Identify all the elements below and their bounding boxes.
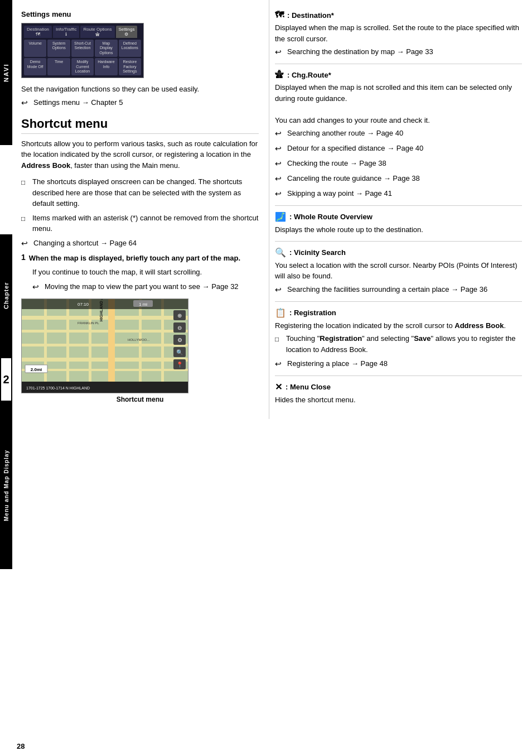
arrow-chg-3: ↩ <box>275 158 285 170</box>
registration-bullet-text: Touching "Registration" and selecting "S… <box>286 333 522 355</box>
right-column: 🗺 : Destination* Displayed when the map … <box>269 0 532 419</box>
whole-route-title-text: : Whole Route Overview <box>289 213 373 221</box>
arrow-chg-2: ↩ <box>275 143 285 155</box>
menu-buttons-grid: Volume System Options Short-Cut Selectio… <box>24 40 141 75</box>
shortcut-desc: Shortcuts allow you to perform various t… <box>21 138 259 171</box>
arrow-icon-3: ↩ <box>32 281 42 293</box>
svg-text:07:10: 07:10 <box>78 302 89 307</box>
registration-section: 📋 : Registration Registering the locatio… <box>275 307 522 370</box>
settings-menu-screenshot: Destination🗺 Info/Trafficℹ Route Options… <box>21 23 144 78</box>
menu-close-title: ✕ : Menu Close <box>275 382 522 392</box>
menu-close-section: ✕ : Menu Close Hides the shortcut menu. <box>275 382 522 406</box>
chg-route-title-text: : Chg.Route* <box>287 71 331 79</box>
svg-text:⊕: ⊕ <box>177 312 182 319</box>
chg-route-link-text-2: Detour for a specified distance → Page 4… <box>287 143 423 155</box>
arrow-chg-4: ↩ <box>275 173 285 185</box>
map-caption: Shortcut menu <box>21 396 259 403</box>
destination-section: 🗺 : Destination* Displayed when the map … <box>275 10 522 58</box>
destination-link: ↩ Searching the destination by map → Pag… <box>275 46 522 58</box>
divider-2 <box>275 205 522 206</box>
changing-shortcut-link: ↩ Changing a shortcut → Page 64 <box>21 238 259 249</box>
registration-title-text: : Registration <box>289 309 336 317</box>
chg-route-link-4: ↩ Canceling the route guidance → Page 38 <box>275 173 522 185</box>
destination-body: Displayed when the map is scrolled. Set … <box>275 22 522 44</box>
vicinity-search-title: 🔍 : Vicinity Search <box>275 247 522 258</box>
chg-route-section: 🛣 : Chg.Route* Displayed when the map is… <box>275 70 522 200</box>
page-number: 28 <box>17 742 25 750</box>
menu-close-title-text: : Menu Close <box>286 383 331 391</box>
chg-route-icon: 🛣 <box>275 70 284 80</box>
whole-route-section: 🗾 : Whole Route Overview Displays the wh… <box>275 211 522 235</box>
svg-rect-7 <box>66 299 69 382</box>
menu-close-icon: ✕ <box>275 382 282 392</box>
settings-desc: Set the navigation functions so they can… <box>21 84 259 95</box>
svg-text:1 mi: 1 mi <box>139 302 147 307</box>
arrow-dest: ↩ <box>275 46 285 58</box>
divider-4 <box>275 301 522 302</box>
map-screenshot: HIGHLAND AVE FRANKLIN PL HOLLYWOO... 07:… <box>21 298 188 393</box>
navi-label: NAVI <box>0 0 12 145</box>
registration-title: 📋 : Registration <box>275 307 522 318</box>
chg-route-link-3: ↩ Checking the route → Page 38 <box>275 158 522 170</box>
tab-settings: Settings⚙ <box>116 26 138 38</box>
settings-menu-title: Settings menu <box>21 10 259 18</box>
btn-system-options: System Options <box>47 40 70 57</box>
svg-text:FRANKLIN PL: FRANKLIN PL <box>78 321 99 325</box>
step-number: 1 <box>21 253 26 262</box>
step-1-header: 1 When the map is displayed, briefly tou… <box>21 253 259 264</box>
svg-rect-11 <box>161 299 164 382</box>
settings-link-text: Settings menu → Chapter 5 <box>33 97 123 109</box>
square-icon-reg: □ <box>275 334 283 355</box>
chapter-number: 2 <box>0 357 12 402</box>
svg-text:🔍: 🔍 <box>176 349 183 356</box>
vicinity-search-link: ↩ Searching the facilities surrounding a… <box>275 284 522 296</box>
svg-text:1701-1725 1700-1714 N HIGHLAND: 1701-1725 1700-1714 N HIGHLAND <box>26 386 90 390</box>
vicinity-search-section: 🔍 : Vicinity Search You select a locatio… <box>275 247 522 296</box>
vicinity-search-title-text: : Vicinity Search <box>289 248 346 257</box>
svg-text:2.0mi: 2.0mi <box>31 367 42 372</box>
svg-text:⚙: ⚙ <box>177 337 182 343</box>
settings-link: ↩ Settings menu → Chapter 5 <box>21 97 259 109</box>
destination-title: 🗺 : Destination* <box>275 10 522 20</box>
vicinity-search-link-text: Searching the facilities surrounding a c… <box>287 284 487 296</box>
svg-rect-8 <box>89 299 91 382</box>
square-icon-2: □ <box>21 214 29 234</box>
vicinity-search-icon: 🔍 <box>275 247 286 258</box>
menu-close-body: Hides the shortcut menu. <box>275 394 522 406</box>
bullet-shortcuts-change: □ The shortcuts displayed onscreen can b… <box>21 176 259 209</box>
destination-icon: 🗺 <box>275 10 284 20</box>
registration-body: Registering the location indicated by th… <box>275 320 522 331</box>
chg-route-link-text-1: Searching another route → Page 40 <box>287 128 403 139</box>
arrow-vicinity: ↩ <box>275 284 285 296</box>
btn-shortcut-selection: Short-Cut Selection <box>71 40 94 57</box>
changing-shortcut-text: Changing a shortcut → Page 64 <box>33 238 137 249</box>
whole-route-icon: 🗾 <box>275 211 286 222</box>
btn-defined-locations: Defined Locations <box>119 40 141 57</box>
arrow-icon: ↩ <box>21 97 31 109</box>
registration-link: ↩ Registering a place → Page 48 <box>275 358 522 370</box>
btn-volume: Volume <box>24 40 46 57</box>
btn-modify-location: Modify Current Location <box>71 58 94 75</box>
left-column: Settings menu Destination🗺 Info/Trafficℹ… <box>12 0 269 419</box>
chg-route-body: Displayed when the map is not scrolled a… <box>275 82 522 126</box>
chg-route-link-2: ↩ Detour for a specified distance → Page… <box>275 143 522 155</box>
chg-route-link-text-3: Checking the route → Page 38 <box>287 158 386 170</box>
map-svg: HIGHLAND AVE FRANKLIN PL HOLLYWOO... 07:… <box>22 299 188 393</box>
svg-rect-16 <box>22 299 188 309</box>
tab-info-traffic: Info/Trafficℹ <box>53 26 79 38</box>
svg-text:⊖: ⊖ <box>177 325 182 331</box>
whole-route-body: Displays the whole route up to the desti… <box>275 224 522 235</box>
destination-link-text: Searching the destination by map → Page … <box>287 46 433 58</box>
chg-route-title: 🛣 : Chg.Route* <box>275 70 522 80</box>
arrow-icon-2: ↩ <box>21 238 31 249</box>
settings-menu-section: Settings menu Destination🗺 Info/Trafficℹ… <box>21 10 259 109</box>
step-1-heading: When the map is displayed, briefly touch… <box>29 253 240 264</box>
chg-route-link-text-5: Skipping a way point → Page 41 <box>287 188 392 200</box>
chg-route-link-text-4: Canceling the route guidance → Page 38 <box>287 173 420 185</box>
step-1-link-text: Moving the map to view the part you want… <box>45 281 239 293</box>
btn-map-display: Map Display Options <box>95 40 117 57</box>
whole-route-title: 🗾 : Whole Route Overview <box>275 211 522 222</box>
shortcut-menu-title: Shortcut menu <box>21 117 259 134</box>
bullet-text-2: Items marked with an asterisk (*) cannot… <box>32 213 259 234</box>
registration-icon: 📋 <box>275 307 286 318</box>
